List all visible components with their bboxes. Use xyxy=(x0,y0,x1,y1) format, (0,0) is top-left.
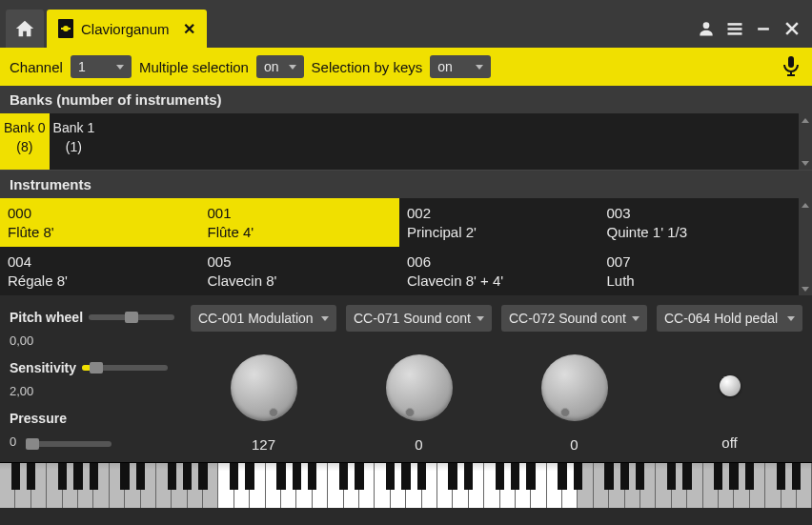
sensitivity-slider[interactable] xyxy=(82,365,168,371)
white-key[interactable] xyxy=(750,463,765,508)
bank-item-0[interactable]: Bank 0(8) xyxy=(0,113,50,170)
pitch-label: Pitch wheel xyxy=(10,310,83,325)
white-key[interactable] xyxy=(734,463,749,508)
white-key[interactable] xyxy=(594,463,609,508)
white-key[interactable] xyxy=(281,463,296,508)
tab-close-button[interactable]: ✕ xyxy=(183,20,195,38)
white-key[interactable] xyxy=(672,463,687,508)
pitch-value: 0,00 xyxy=(10,333,181,348)
white-key[interactable] xyxy=(234,463,250,508)
white-key[interactable] xyxy=(437,463,453,508)
cc-value-0: 127 xyxy=(252,436,275,453)
cc-select-0[interactable]: CC-001 Modulation xyxy=(191,305,336,332)
white-key[interactable] xyxy=(640,463,656,508)
white-key[interactable] xyxy=(296,463,312,508)
selkeys-label: Selection by keys xyxy=(312,59,423,75)
record-button[interactable] xyxy=(780,54,802,80)
tab-claviorganum[interactable]: Claviorganum ✕ xyxy=(47,10,207,48)
white-key[interactable] xyxy=(797,463,812,508)
white-key[interactable] xyxy=(687,463,702,508)
white-key[interactable] xyxy=(328,463,343,508)
white-key[interactable] xyxy=(656,463,671,508)
white-key[interactable] xyxy=(719,463,734,508)
white-key[interactable] xyxy=(625,463,640,508)
white-key[interactable] xyxy=(422,463,437,508)
white-key[interactable] xyxy=(31,463,47,508)
svg-rect-5 xyxy=(728,28,742,30)
white-key[interactable] xyxy=(765,463,781,508)
microphone-icon xyxy=(780,54,802,77)
soundfont-icon xyxy=(58,19,73,38)
instrument-004[interactable]: 004Régale 8' xyxy=(0,247,200,295)
white-key[interactable] xyxy=(15,463,30,508)
white-key[interactable] xyxy=(453,463,468,508)
white-key[interactable] xyxy=(203,463,218,508)
cc-knob-1[interactable] xyxy=(386,354,453,421)
svg-rect-8 xyxy=(788,56,794,68)
close-button[interactable] xyxy=(778,10,806,48)
white-key[interactable] xyxy=(562,463,578,508)
white-key[interactable] xyxy=(0,463,15,508)
banks-scrollbar[interactable] xyxy=(799,113,812,170)
white-key[interactable] xyxy=(609,463,624,508)
instruments-scrollbar[interactable] xyxy=(799,198,812,295)
white-key[interactable] xyxy=(484,463,499,508)
virtual-keyboard[interactable] xyxy=(0,462,812,508)
white-key[interactable] xyxy=(125,463,140,508)
white-key[interactable] xyxy=(47,463,62,508)
white-key[interactable] xyxy=(188,463,203,508)
white-key[interactable] xyxy=(406,463,421,508)
cc-value-2: 0 xyxy=(570,436,578,453)
instrument-006[interactable]: 006Clavecin 8' + 4' xyxy=(399,247,599,295)
instrument-007[interactable]: 007Luth xyxy=(599,247,800,295)
white-key[interactable] xyxy=(547,463,562,508)
white-key[interactable] xyxy=(344,463,359,508)
cc-knob-0[interactable] xyxy=(231,354,297,421)
pitch-slider[interactable] xyxy=(89,314,174,320)
white-key[interactable] xyxy=(218,463,233,508)
white-key[interactable] xyxy=(391,463,406,508)
cc-toggle-3[interactable] xyxy=(720,375,741,396)
instrument-002[interactable]: 002Principal 2' xyxy=(399,198,599,247)
instrument-000[interactable]: 000Flûte 8' xyxy=(0,198,200,247)
cc-value-3: off xyxy=(721,434,737,451)
instrument-001[interactable]: 001Flûte 4' xyxy=(200,198,400,247)
menu-button[interactable] xyxy=(721,10,749,48)
white-key[interactable] xyxy=(156,463,172,508)
multisel-select[interactable]: on xyxy=(256,55,304,78)
white-key[interactable] xyxy=(516,463,531,508)
cc-select-2[interactable]: CC-072 Sound cont xyxy=(501,305,647,332)
minimize-button[interactable] xyxy=(749,10,778,48)
white-key[interactable] xyxy=(93,463,109,508)
white-key[interactable] xyxy=(172,463,187,508)
white-key[interactable] xyxy=(250,463,265,508)
home-button[interactable] xyxy=(6,10,44,48)
cc-select-3[interactable]: CC-064 Hold pedal xyxy=(657,305,802,332)
white-key[interactable] xyxy=(359,463,375,508)
cc-select-1[interactable]: CC-071 Sound cont xyxy=(346,305,492,332)
pressure-label: Pressure xyxy=(10,411,67,426)
bank-item-1[interactable]: Bank 1(1) xyxy=(50,113,99,170)
white-key[interactable] xyxy=(141,463,156,508)
user-button[interactable] xyxy=(692,10,721,48)
white-key[interactable] xyxy=(266,463,281,508)
white-key[interactable] xyxy=(531,463,546,508)
white-key[interactable] xyxy=(313,463,328,508)
white-key[interactable] xyxy=(63,463,78,508)
white-key[interactable] xyxy=(500,463,516,508)
cc-knob-2[interactable] xyxy=(541,354,608,421)
white-key[interactable] xyxy=(703,463,719,508)
pressure-slider[interactable] xyxy=(26,441,112,447)
pressure-value: 0 xyxy=(10,434,16,449)
white-key[interactable] xyxy=(469,463,484,508)
white-key[interactable] xyxy=(782,463,797,508)
white-key[interactable] xyxy=(578,463,593,508)
white-key[interactable] xyxy=(78,463,93,508)
svg-rect-2 xyxy=(68,28,71,30)
selkeys-select[interactable]: on xyxy=(430,55,491,78)
white-key[interactable] xyxy=(110,463,125,508)
instrument-005[interactable]: 005Clavecin 8' xyxy=(200,247,400,295)
white-key[interactable] xyxy=(375,463,390,508)
instrument-003[interactable]: 003Quinte 1' 1/3 xyxy=(599,198,800,247)
channel-select[interactable]: 1 xyxy=(71,55,132,78)
